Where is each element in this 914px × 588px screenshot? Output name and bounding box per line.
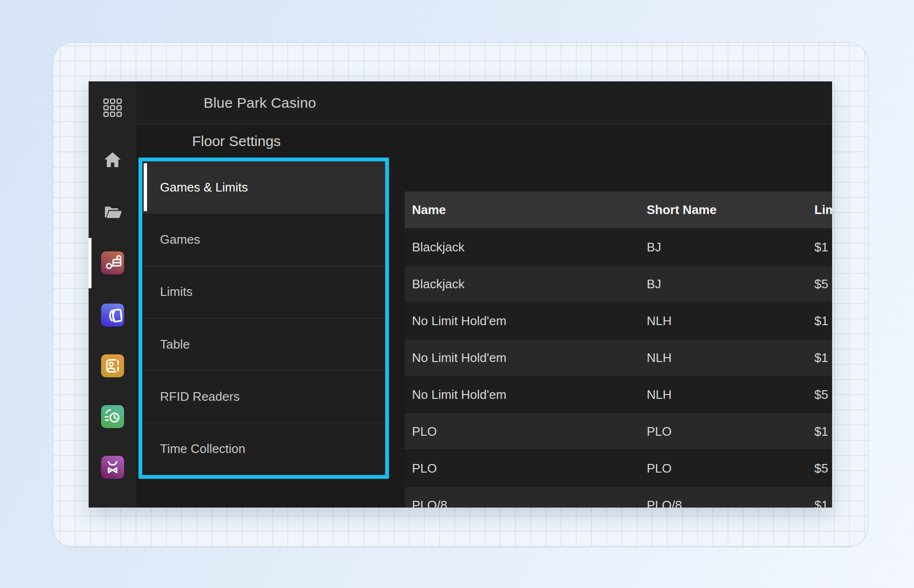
- short-name-cell: PLO: [640, 461, 807, 476]
- name-cell: PLO: [405, 424, 640, 439]
- active-nav-indicator: [89, 238, 91, 288]
- menu-item-label: Limits: [160, 284, 193, 299]
- games-limits-table: NameShort NameLimitsBlackjackBJ$1Blackja…: [405, 192, 832, 508]
- table-header-row: NameShort NameLimits: [405, 192, 832, 228]
- apps-grid-icon[interactable]: [103, 98, 122, 119]
- short-name-cell: PLO/8: [640, 498, 807, 508]
- short-name-cell: NLH: [640, 387, 807, 402]
- menu-item-label: RFID Readers: [160, 389, 240, 404]
- limit-cell: $1: [807, 314, 832, 328]
- menu-item-label: Games: [160, 232, 200, 247]
- short-name-cell: BJ: [640, 277, 807, 292]
- floor-plan-icon[interactable]: [101, 251, 124, 274]
- limit-cell: $1: [807, 240, 832, 255]
- home-icon[interactable]: [103, 150, 122, 171]
- menu-item-games[interactable]: Games: [142, 213, 385, 265]
- time-clock-icon[interactable]: [101, 405, 124, 428]
- floor-settings-menu: Games & LimitsGamesLimitsTableRFID Reade…: [138, 158, 389, 479]
- menu-item-limits[interactable]: Limits: [142, 266, 385, 318]
- name-cell: No Limit Hold'em: [405, 351, 640, 365]
- section-header: Floor Settings: [137, 125, 832, 158]
- limit-cell: $1: [807, 424, 832, 439]
- window-header: Blue Park Casino: [137, 81, 832, 124]
- limit-cell: $5: [807, 387, 832, 402]
- page-title: Floor Settings: [137, 133, 281, 149]
- name-cell: Blackjack: [405, 240, 640, 255]
- app-window: Blue Park Casino Floor Settings Games & …: [89, 81, 832, 508]
- limit-cell: $1: [807, 498, 832, 508]
- table-row[interactable]: No Limit Hold'emNLH$5: [405, 376, 832, 413]
- table-row[interactable]: PLOPLO$5: [405, 450, 832, 486]
- table-row[interactable]: PLO/8PLO/8$1: [405, 486, 832, 508]
- name-cell: No Limit Hold'em: [405, 314, 640, 328]
- table-row[interactable]: PLOPLO$1: [405, 413, 832, 450]
- table-row[interactable]: No Limit Hold'emNLH$1: [405, 302, 832, 339]
- column-header-name: Name: [405, 203, 640, 217]
- short-name-cell: NLH: [640, 314, 807, 328]
- limit-cell: $5: [807, 461, 832, 476]
- menu-item-table[interactable]: Table: [142, 318, 385, 370]
- app-title: Blue Park Casino: [137, 95, 316, 111]
- table-row[interactable]: No Limit Hold'emNLH$1: [405, 339, 832, 376]
- name-cell: PLO: [405, 461, 640, 476]
- column-header-short-name: Short Name: [640, 203, 807, 217]
- name-cell: PLO/8: [405, 498, 640, 508]
- open-folder-icon[interactable]: [103, 203, 122, 224]
- playing-cards-icon[interactable]: [101, 304, 124, 327]
- dealer-bowtie-icon[interactable]: [101, 456, 124, 479]
- menu-item-label: Table: [160, 337, 190, 352]
- table-row[interactable]: BlackjackBJ$1: [405, 228, 832, 265]
- contact-badge-icon[interactable]: [101, 354, 124, 377]
- short-name-cell: NLH: [640, 351, 807, 365]
- menu-item-label: Games & Limits: [160, 180, 248, 195]
- limit-cell: $5: [807, 277, 832, 292]
- menu-item-time-collection[interactable]: Time Collection: [142, 423, 385, 475]
- limit-cell: $1: [807, 351, 832, 365]
- name-cell: No Limit Hold'em: [405, 387, 640, 402]
- short-name-cell: BJ: [640, 240, 807, 255]
- menu-item-label: Time Collection: [160, 441, 245, 456]
- menu-item-rfid-readers[interactable]: RFID Readers: [142, 370, 385, 422]
- column-header-limits: Limits: [807, 203, 832, 217]
- sidebar: [89, 81, 137, 508]
- name-cell: Blackjack: [405, 277, 640, 292]
- table-row[interactable]: BlackjackBJ$5: [405, 265, 832, 302]
- short-name-cell: PLO: [640, 424, 807, 439]
- menu-item-games-limits[interactable]: Games & Limits: [142, 161, 385, 213]
